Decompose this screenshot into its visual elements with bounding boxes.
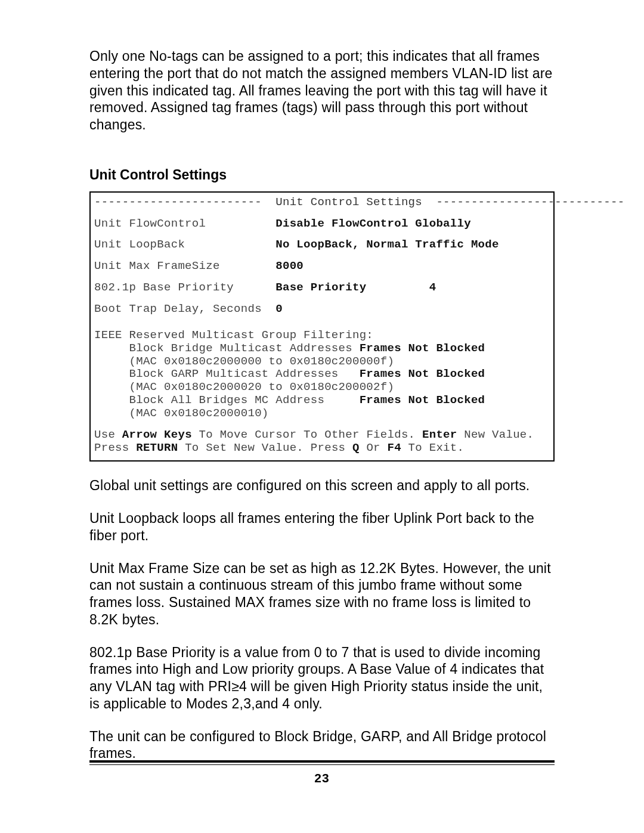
row-block-garp-mac: (MAC 0x0180c2000020 to 0x0180c200002f): [94, 381, 549, 394]
row-hint1: Use Arrow Keys To Move Cursor To Other F…: [94, 429, 549, 442]
terminal-header: ------------------------ Unit Control Se…: [94, 196, 549, 209]
row-block-garp: Block GARP Multicast Addresses Frames No…: [94, 368, 549, 381]
row-ieee-header: IEEE Reserved Multicast Group Filtering:: [94, 329, 549, 342]
paragraph-2: Unit Loopback loops all frames entering …: [89, 510, 555, 544]
paragraph-5: The unit can be configured to Block Brid…: [89, 728, 555, 763]
row-boot-trap-delay: Boot Trap Delay, Seconds 0: [94, 303, 549, 316]
row-hint2: Press RETURN To Set New Value. Press Q O…: [94, 442, 549, 455]
row-max-framesize: Unit Max FrameSize 8000: [94, 260, 549, 273]
footer-rule-thin: [89, 764, 555, 765]
intro-paragraph: Only one No-tags can be assigned to a po…: [89, 48, 555, 134]
row-base-priority: 802.1p Base Priority Base Priority 4: [94, 281, 549, 295]
row-block-bridge: Block Bridge Multicast Addresses Frames …: [94, 342, 549, 355]
row-block-all-mac: (MAC 0x0180c2000010): [94, 407, 549, 420]
row-block-all: Block All Bridges MC Address Frames Not …: [94, 394, 549, 407]
page-number: 23: [89, 771, 555, 785]
row-loopback: Unit LoopBack No LoopBack, Normal Traffi…: [94, 239, 549, 252]
row-flowcontrol: Unit FlowControl Disable FlowControl Glo…: [94, 218, 549, 231]
section-title: Unit Control Settings: [89, 167, 555, 183]
footer-rule-thick: [89, 760, 555, 763]
row-block-bridge-mac: (MAC 0x0180c2000000 to 0x0180c200000f): [94, 355, 549, 368]
page-footer: 23: [89, 760, 555, 785]
paragraph-3: Unit Max Frame Size can be set as high a…: [89, 560, 555, 628]
paragraph-1: Global unit settings are configured on t…: [89, 477, 555, 494]
paragraph-4: 802.1p Base Priority is a value from 0 t…: [89, 644, 555, 713]
terminal-screenshot: ------------------------ Unit Control Se…: [89, 191, 555, 462]
